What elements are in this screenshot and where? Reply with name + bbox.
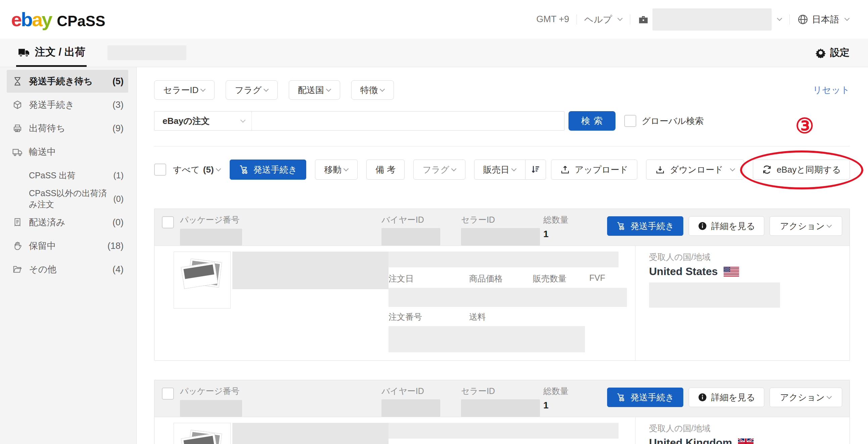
search-type-select[interactable]: eBayの注文 bbox=[154, 112, 252, 130]
sidebar-item-awaiting-shipping-procedure[interactable]: 発送手続き待ち (5) bbox=[7, 70, 128, 93]
note-label: 備考 bbox=[375, 164, 398, 176]
info-icon bbox=[698, 221, 707, 231]
selected-count: (5) bbox=[203, 165, 214, 175]
hand-truck-icon bbox=[239, 165, 249, 175]
product-image-placeholder[interactable] bbox=[174, 251, 231, 309]
upload-button[interactable]: アップロード bbox=[551, 159, 637, 180]
select-all-checkbox[interactable] bbox=[154, 164, 166, 176]
orders-content: セラーID フラグ 配送国 特徴 リセット eBayの注文 検索 bbox=[137, 67, 868, 444]
tab-orders-shipments[interactable]: 注文 / 出荷 bbox=[16, 39, 87, 67]
globe-icon bbox=[797, 14, 809, 25]
sidebar-item-label: CPaSS以外の出荷済み注文 bbox=[29, 188, 113, 210]
order-values-redacted bbox=[389, 288, 627, 307]
buyer-id-redacted bbox=[381, 228, 440, 245]
card-ship-procedure-button[interactable]: 発送手続き bbox=[607, 216, 683, 236]
sidebar-item-count: (4) bbox=[113, 264, 124, 275]
card-actions-button[interactable]: アクション bbox=[770, 388, 842, 407]
card-actions-button[interactable]: アクション bbox=[770, 216, 842, 236]
order-number-label: 注文番号 bbox=[389, 311, 469, 322]
filter-ship-country[interactable]: 配送国 bbox=[289, 80, 340, 100]
search-button[interactable]: 検索 bbox=[568, 111, 616, 131]
filter-label: セラーID bbox=[163, 84, 198, 96]
chevron-down-icon bbox=[827, 222, 832, 228]
language-selector[interactable]: 日本語 bbox=[797, 13, 849, 26]
divider bbox=[630, 14, 630, 25]
chevron-down-icon bbox=[343, 166, 349, 171]
search-input[interactable] bbox=[252, 112, 564, 130]
global-search-option[interactable]: グローバル検索 bbox=[624, 115, 704, 127]
recipient-country-value: United Kingdom bbox=[649, 437, 732, 444]
sidebar-item-label: 出荷待ち bbox=[29, 122, 65, 134]
select-all-dropdown[interactable]: すべて (5) bbox=[173, 164, 221, 176]
card-details-label: 詳細を見る bbox=[711, 220, 755, 232]
sync-ebay-button[interactable]: eBayと同期する bbox=[753, 159, 850, 180]
chevron-down-icon bbox=[618, 16, 623, 21]
sale-date-label: 販売日 bbox=[483, 164, 509, 176]
help-menu[interactable]: ヘルプ bbox=[584, 13, 623, 26]
card-ship-procedure-button[interactable]: 発送手続き bbox=[607, 388, 683, 407]
recipient-country-value: United States bbox=[649, 265, 718, 278]
product-title-redacted bbox=[232, 251, 389, 289]
seller-id-redacted bbox=[461, 399, 540, 417]
note-button[interactable]: 備考 bbox=[366, 159, 405, 180]
chevron-down-icon bbox=[512, 166, 517, 171]
sidebar: 発送手続き待ち (5) 発送手続き (3) 出荷待ち (9) 輸送中 CPaSS… bbox=[0, 67, 137, 444]
upload-label: アップロード bbox=[575, 164, 628, 176]
divider bbox=[154, 146, 850, 146]
package-number-redacted bbox=[180, 400, 242, 417]
global-search-checkbox[interactable] bbox=[624, 115, 636, 127]
reset-link[interactable]: リセット bbox=[813, 84, 850, 96]
download-button[interactable]: ダウンロード bbox=[646, 159, 744, 180]
sidebar-item-delivered[interactable]: 配送済み (0) bbox=[7, 211, 128, 234]
filter-flag[interactable]: フラグ bbox=[226, 80, 278, 100]
order-card: パッケージ番号 バイヤーID セラーID 総数量 1 bbox=[154, 209, 850, 361]
total-qty-label: 総数量 bbox=[543, 386, 594, 397]
sync-ebay-annotated-area: eBayと同期する ③ bbox=[753, 159, 850, 180]
ship-procedure-button[interactable]: 発送手続き bbox=[230, 159, 307, 180]
sidebar-item-shipping-procedure[interactable]: 発送手続き (3) bbox=[7, 93, 128, 116]
card-ship-label: 発送手続き bbox=[630, 220, 674, 232]
select-all-label: すべて bbox=[173, 164, 200, 176]
sidebar-item-non-cpass-shipped-orders[interactable]: CPaSS以外の出荷済み注文 (0) bbox=[7, 187, 128, 210]
chevron-down-icon bbox=[730, 166, 735, 171]
logo-letter: a bbox=[32, 8, 42, 31]
move-label: 移動 bbox=[324, 164, 341, 176]
card-details-button[interactable]: 詳細を見る bbox=[689, 388, 764, 407]
ebay-cpass-logo[interactable]: ebay CPaSS bbox=[11, 8, 105, 31]
recipient-address-redacted bbox=[649, 283, 780, 308]
sidebar-item-count: (5) bbox=[113, 76, 124, 87]
card-details-button[interactable]: 詳細を見る bbox=[689, 216, 764, 236]
search-type-label: eBayの注文 bbox=[162, 115, 210, 127]
account-selector[interactable] bbox=[638, 8, 782, 31]
sync-icon bbox=[762, 165, 772, 175]
settings-button[interactable]: 設定 bbox=[815, 39, 849, 67]
card-details-label: 詳細を見る bbox=[711, 392, 755, 403]
sidebar-item-awaiting-shipment[interactable]: 出荷待ち (9) bbox=[7, 117, 128, 140]
product-image-placeholder[interactable] bbox=[174, 423, 231, 444]
sidebar-item-count: (3) bbox=[113, 100, 124, 110]
sort-descending-icon bbox=[530, 164, 541, 175]
order-select-checkbox[interactable] bbox=[162, 216, 174, 228]
flag-button[interactable]: フラグ bbox=[413, 159, 465, 180]
sort-descending-button[interactable] bbox=[526, 159, 546, 180]
sidebar-item-label: 輸送中 bbox=[29, 146, 56, 158]
divider bbox=[789, 14, 790, 25]
sidebar-item-label: その他 bbox=[29, 263, 56, 275]
sidebar-item-label: 発送手続き bbox=[29, 99, 74, 111]
sale-date-button[interactable]: 販売日 bbox=[474, 159, 526, 180]
divider bbox=[577, 14, 577, 25]
order-card-header: パッケージ番号 バイヤーID セラーID 総数量 1 bbox=[154, 209, 849, 246]
recipient-country-label: 受取人の国/地域 bbox=[649, 251, 849, 263]
sidebar-item-others[interactable]: その他 (4) bbox=[7, 258, 128, 281]
sidebar-item-cpass-shipments[interactable]: CPaSS 出荷 (1) bbox=[7, 164, 128, 187]
order-select-checkbox[interactable] bbox=[162, 388, 174, 399]
chevron-down-icon bbox=[216, 166, 221, 171]
sidebar-item-on-hold[interactable]: 保留中 (18) bbox=[7, 234, 128, 257]
order-info-redacted bbox=[389, 251, 619, 267]
tab-redacted[interactable] bbox=[107, 45, 186, 60]
sidebar-item-count: (1) bbox=[113, 171, 124, 180]
move-button[interactable]: 移動 bbox=[315, 159, 358, 180]
sidebar-item-in-transit[interactable]: 輸送中 bbox=[7, 140, 128, 163]
filter-feature[interactable]: 特徴 bbox=[351, 80, 394, 100]
filter-seller-id[interactable]: セラーID bbox=[154, 80, 215, 100]
